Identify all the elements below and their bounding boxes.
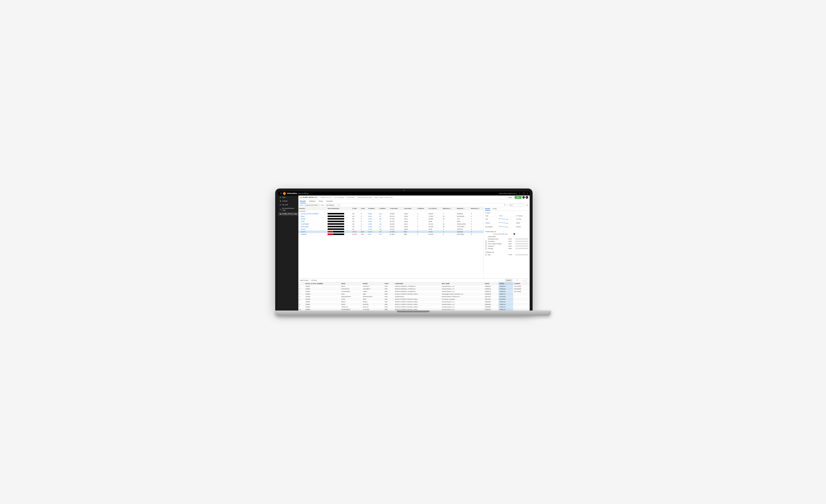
more-actions-icon[interactable]: ⋯ <box>522 196 525 199</box>
column-header[interactable]: Maximum L... <box>442 207 456 210</box>
column-name-link[interactable]: ODATE <box>301 229 305 230</box>
column-name-link[interactable]: CDATE <box>301 231 305 233</box>
column-name-link[interactable]: COMPNAME <box>301 223 309 225</box>
datatype-checkbox[interactable] <box>485 243 487 245</box>
view-select-columns[interactable]: Columns and Rules <box>304 204 319 206</box>
layout2-icon[interactable]: ▯ <box>525 279 526 281</box>
column-header[interactable]: Value Distribution <box>327 207 352 210</box>
datatype-checkbox[interactable] <box>485 241 487 242</box>
save-button[interactable]: Save <box>507 196 514 199</box>
trend-header: Type <box>485 214 499 217</box>
column-name-link[interactable]: NHTSA_ACTION_NUMBER <box>301 213 318 214</box>
column-name-link[interactable]: MODEL <box>301 218 306 220</box>
user-icon[interactable]: ◯ <box>523 192 525 195</box>
preview-row[interactable]: 1C85007BUICKCENTURY1983SERVICE BRAKES, H… <box>298 285 530 288</box>
preview-row[interactable]: 5C87002ARROWCRAFTARROWCRAFT1978SUSPENSIO… <box>298 295 530 298</box>
column-header[interactable]: % of Top Pa... <box>428 207 442 210</box>
chevron-down-icon[interactable]: ▾ <box>308 193 309 194</box>
maximize-icon[interactable]: ⛶ <box>526 279 528 281</box>
column-header[interactable]: # Non-disti... <box>403 207 417 210</box>
trend-section-header[interactable]: ▾Trend <box>485 211 528 214</box>
sub-tab[interactable]: Schedule <box>326 200 333 203</box>
column-header[interactable]: # Patterns <box>417 207 428 210</box>
preview-row[interactable]: 6C87003FORDE3501984VEHICLE SPEED CONTROL… <box>298 298 530 300</box>
value-distribution-bar <box>328 221 344 222</box>
table-row[interactable]: YEAR 0% 0 0.43% 57 99.57% 13338 1 100% 4… <box>298 220 483 223</box>
sub-tab[interactable]: Definition <box>309 200 315 203</box>
sub-tab[interactable]: Results <box>300 200 306 203</box>
table-row[interactable]: ODATE 0% 0 5.27% 706 94.73% 12689 1 100%… <box>298 228 483 231</box>
table-row[interactable]: MFR_NAME 0% 0 0.19% 25 99.81% 13370 4 85… <box>298 225 483 228</box>
column-header[interactable]: % Null <box>352 207 360 210</box>
table-row[interactable]: COMPNAME 0% 0 1.36% 182 98.64% 13213 7 4… <box>298 223 483 225</box>
preview-header[interactable]: MODEL <box>362 282 384 285</box>
view-select-stats[interactable]: All Statistics <box>326 204 338 206</box>
sort-icon[interactable]: ⇅ <box>504 204 506 206</box>
column-name-link[interactable]: MAKE <box>301 215 305 217</box>
preview-header[interactable]: ODATE <box>484 282 498 285</box>
table-row[interactable]: NHTSA_ACTION_NUMBER 0% 0 6.05% 610 90.95… <box>298 212 483 215</box>
column-name-link[interactable]: CAMPNO <box>301 234 307 235</box>
menu-icon[interactable]: ☰ <box>280 192 282 195</box>
sidebar-item[interactable]: ▤My Jobs <box>278 203 298 206</box>
view-stats-dropdown-icon[interactable]: ▾ <box>339 204 340 206</box>
preview-header[interactable]: YEAR <box>384 282 394 285</box>
preview-row[interactable]: 8C89001BUICKRIVIERA1984VEHICLE SPEED CON… <box>298 303 530 306</box>
notification-icon[interactable]: ⚐ <box>519 192 521 195</box>
preview-cell: 19890306 <box>484 303 498 306</box>
close-icon[interactable]: ✕ <box>526 196 528 199</box>
section-row[interactable]: ▾ Columns <box>298 210 483 212</box>
preview-row[interactable]: 7C89001BUICKREGAL1983VEHICLE SPEED CONTR… <box>298 300 530 303</box>
preview-row[interactable]: 3C85007OLDSMOBILECIERA1983SERVICE BRAKES… <box>298 290 530 293</box>
patterns-section-header[interactable]: ▾Patterns (2) <box>485 251 528 254</box>
preview-header[interactable]: MFR_NAME <box>441 282 484 285</box>
preview-header[interactable]: MAKE <box>340 282 362 285</box>
preview-row[interactable]: 4C86001AUDI50001980VEHICLE SPEED CONTROL… <box>298 293 530 295</box>
org-dropdown[interactable]: Informatica Ireland Ltd ▾ <box>499 193 517 194</box>
table-row[interactable]: MODEL 0% 0 2.87% 384 97.13% 13011 4 36.8… <box>298 217 483 220</box>
filter-preview-icon[interactable]: ▽ <box>516 279 518 281</box>
column-header[interactable]: Maximum ... <box>456 207 470 210</box>
column-header[interactable]: Minimum Le <box>470 207 483 210</box>
preview-row[interactable]: 9C89001CADILLACSEVILLE1983VEHICLE SPEED … <box>298 306 530 308</box>
details-tab[interactable]: Rules <box>493 208 497 210</box>
preview-header[interactable]: CAMPNO <box>513 282 529 285</box>
info-icon[interactable]: ? <box>514 233 515 235</box>
column-name-link[interactable]: MFR_NAME <box>301 226 309 228</box>
find-input[interactable] <box>509 204 525 206</box>
column-header[interactable]: # Null <box>360 207 367 210</box>
help-icon[interactable]: ? <box>527 192 528 195</box>
datatypes-section-header[interactable]: ▾Data Types (5) <box>485 230 528 233</box>
column-header[interactable]: % Distinct <box>367 207 378 210</box>
sidebar-item[interactable]: ▤My Import/Export Logs <box>278 206 298 212</box>
module-label[interactable]: Data Profiling <box>298 193 307 194</box>
sidebar-item[interactable]: ▮▮Profile_NHTSA_Data✕ <box>278 212 298 216</box>
column-header[interactable]: Columns <box>298 207 327 210</box>
preview-header[interactable] <box>298 282 305 285</box>
column-name-link[interactable]: YEAR <box>301 221 305 222</box>
queries-button[interactable]: Queries <box>505 279 512 281</box>
table-row[interactable]: CAMPNO 35.81% 4329 4.3% 576 61.89% 8290 … <box>298 233 483 236</box>
preview-row[interactable]: 2C85007CHEVROLETCELEBRITY1983SERVICE BRA… <box>298 288 530 290</box>
filter-icon[interactable]: ▽ <box>507 204 508 206</box>
sidebar-item[interactable]: ✚New... <box>278 195 298 199</box>
sub-tab[interactable]: Rules <box>319 200 323 203</box>
table-row[interactable]: MAKE 0% 0 0.26% 35 99.74% 13360 4 75.46%… <box>298 215 483 217</box>
layout-icon[interactable]: ▭ <box>522 279 524 281</box>
pattern-checkbox[interactable] <box>485 254 487 256</box>
table-row[interactable]: CDATE 27.5% 3683 4.97% 666 67.53% 9046 2… <box>298 231 483 233</box>
view-dropdown-icon[interactable]: ▾ <box>319 204 320 206</box>
column-header[interactable]: % Non-disti... <box>389 207 403 210</box>
preview-header[interactable]: COMPNAME <box>394 282 441 285</box>
preview-cell: 19860805 <box>484 293 498 295</box>
tab-info: 0 of 0 Rules <box>347 197 354 198</box>
column-header[interactable]: # Distinct <box>378 207 389 210</box>
preview-header[interactable]: CDATE <box>498 282 513 285</box>
preview-header[interactable]: NHTSA_ACTION_NUMBER <box>304 282 340 285</box>
sidebar-item[interactable]: ▮Explore <box>278 199 298 203</box>
run-button[interactable]: Run <box>515 196 522 199</box>
settings-icon[interactable]: ⚙ <box>527 204 528 206</box>
datatype-checkbox[interactable] <box>485 248 487 249</box>
datatype-checkbox[interactable] <box>485 245 487 247</box>
details-tab[interactable]: Details <box>485 208 490 210</box>
